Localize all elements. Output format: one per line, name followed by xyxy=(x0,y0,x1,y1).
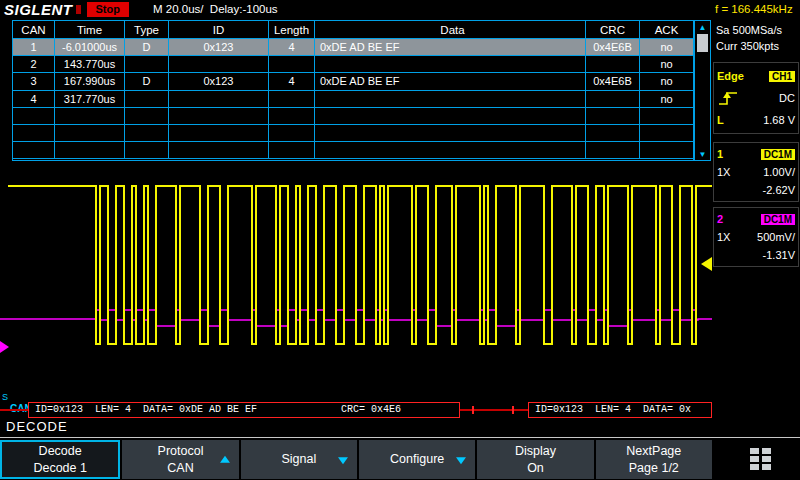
table-cell xyxy=(269,125,315,142)
menu-grid-icon[interactable] xyxy=(746,445,776,473)
channel1-coupling-badge: DC1M xyxy=(761,149,795,160)
trigger-status-box[interactable]: Edge CH1 DC L 1.68 V xyxy=(713,62,799,134)
table-row[interactable] xyxy=(13,142,693,159)
column-header: Type xyxy=(125,21,169,39)
brand-logo-accent xyxy=(76,5,81,14)
menu-section-title: DECODE xyxy=(6,419,68,434)
table-cell: 3 xyxy=(13,73,55,90)
serial-bus-indicator: S xyxy=(2,392,8,402)
table-cell xyxy=(169,91,269,108)
table-cell: 0x4E6B xyxy=(586,39,640,56)
table-cell xyxy=(13,125,55,142)
trigger-level-marker xyxy=(701,257,712,271)
table-cell: no xyxy=(640,73,693,90)
button-label: Configure xyxy=(390,451,444,468)
table-cell: 143.770us xyxy=(55,56,125,73)
table-row[interactable] xyxy=(13,125,693,142)
table-cell xyxy=(125,108,169,125)
channel2-offset: -1.31V xyxy=(763,249,795,261)
table-cell xyxy=(269,142,315,159)
scrollbar-thumb[interactable] xyxy=(697,34,708,52)
decode-bus-strip: ID=0x123 LEN= 4 DATA= 0xDE AD BE EF CRC=… xyxy=(0,402,712,418)
menu-button-decode[interactable]: Decode Decode 1 xyxy=(0,440,120,479)
table-cell xyxy=(125,56,169,73)
table-row[interactable]: 3167.990usD0x12340xDE AD BE EF0x4E6Bno xyxy=(13,73,693,90)
table-cell xyxy=(640,142,693,159)
channel1-status-box[interactable]: 1 DC1M 1X 1.00V/ -2.62V xyxy=(713,142,799,202)
menu-button-signal[interactable]: Signal xyxy=(241,440,357,479)
table-cell xyxy=(269,56,315,73)
table-cell xyxy=(125,142,169,159)
chevron-down-icon xyxy=(338,457,348,464)
table-cell: 0xDE AD BE EF xyxy=(315,73,586,90)
table-cell xyxy=(125,91,169,108)
oscilloscope-screen: SIGLENT Stop M 20.0us/ Delay:-100us f = … xyxy=(0,0,800,480)
channel2-attenuation: 1X xyxy=(717,231,730,243)
run-state-badge[interactable]: Stop xyxy=(87,2,129,17)
sample-rate: Sa 500MSa/s xyxy=(716,22,796,38)
button-value: On xyxy=(527,460,544,477)
table-cell xyxy=(315,56,586,73)
table-cell: -6.01000us xyxy=(55,39,125,56)
table-cell: 2 xyxy=(13,56,55,73)
status-sidebar: Sa 500MSa/s Curr 350kpts Edge CH1 DC L 1… xyxy=(712,18,800,437)
table-scrollbar[interactable]: ▲ ▼ xyxy=(694,20,711,161)
table-cell xyxy=(13,142,55,159)
softkey-buttons: Decode Decode 1 Protocol CAN Signal Conf… xyxy=(0,440,712,479)
memory-depth: Curr 350kpts xyxy=(716,38,796,54)
table-cell xyxy=(640,125,693,142)
channel1-scale: 1.00V/ xyxy=(763,166,795,178)
table-cell: 0x4E6B xyxy=(586,73,640,90)
table-cell xyxy=(125,125,169,142)
table-cell: 4 xyxy=(269,39,315,56)
table-cell xyxy=(315,142,586,159)
table-cell: 1 xyxy=(13,39,55,56)
table-cell: no xyxy=(640,39,693,56)
top-status-bar: SIGLENT Stop M 20.0us/ Delay:-100us f = … xyxy=(0,0,800,18)
channel2-number: 2 xyxy=(717,213,723,225)
table-body: 1-6.01000usD0x12340xDE AD BE EF0x4E6Bno2… xyxy=(13,39,693,159)
decode-result-table: CAN Time Type ID Length Data CRC ACK 1-6… xyxy=(12,20,694,161)
table-cell: D xyxy=(125,39,169,56)
menu-button-display[interactable]: Display On xyxy=(477,440,593,479)
table-cell xyxy=(169,125,269,142)
table-cell xyxy=(269,91,315,108)
table-cell xyxy=(315,91,586,108)
menu-button-protocol[interactable]: Protocol CAN xyxy=(122,440,238,479)
scroll-down-icon[interactable]: ▼ xyxy=(695,148,710,160)
table-cell: 0xDE AD BE EF xyxy=(315,39,586,56)
menu-button-configure[interactable]: Configure xyxy=(359,440,475,479)
table-cell xyxy=(55,108,125,125)
button-label: Protocol xyxy=(158,443,204,460)
channel1-attenuation: 1X xyxy=(717,166,730,178)
trigger-level-value: 1.68 V xyxy=(763,114,795,126)
table-cell: 4 xyxy=(269,73,315,90)
table-cell xyxy=(315,108,586,125)
trigger-source-badge: CH1 xyxy=(769,71,795,82)
column-header: ID xyxy=(169,21,269,39)
table-cell xyxy=(55,125,125,142)
chevron-up-icon xyxy=(220,455,230,462)
timebase-readout: M 20.0us/ Delay:-100us xyxy=(153,3,278,15)
channel1-trace xyxy=(8,186,712,344)
table-cell xyxy=(640,108,693,125)
button-label: Decode xyxy=(39,443,82,460)
table-cell xyxy=(169,108,269,125)
table-cell: 317.770us xyxy=(55,91,125,108)
channel2-status-box[interactable]: 2 DC1M 1X 500mV/ -1.31V xyxy=(713,207,799,267)
table-cell: no xyxy=(640,56,693,73)
table-cell xyxy=(586,108,640,125)
table-cell xyxy=(269,108,315,125)
button-value: Decode 1 xyxy=(33,460,87,477)
table-cell: 4 xyxy=(13,91,55,108)
scroll-up-icon[interactable]: ▲ xyxy=(695,21,710,33)
table-row[interactable]: 1-6.01000usD0x12340xDE AD BE EF0x4E6Bno xyxy=(13,39,693,56)
menu-button-nextpage[interactable]: NextPage Page 1/2 xyxy=(596,440,712,479)
frame-boundary-tick xyxy=(512,406,514,414)
table-row[interactable]: 4317.770usno xyxy=(13,91,693,108)
decoded-frame: ID=0x123 LEN= 4 DATA= 0x xyxy=(528,402,712,418)
table-row[interactable] xyxy=(13,108,693,125)
table-cell xyxy=(586,125,640,142)
table-row[interactable]: 2143.770usno xyxy=(13,56,693,73)
button-label: Display xyxy=(515,443,556,460)
